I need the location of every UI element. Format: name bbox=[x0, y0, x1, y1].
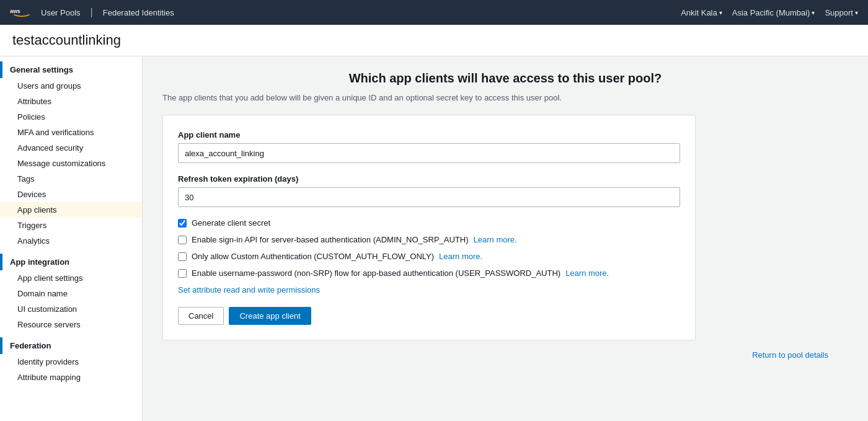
sidebar-item-triggers[interactable]: Triggers bbox=[0, 218, 142, 233]
learn-more-link-2[interactable]: Learn more. bbox=[439, 252, 482, 261]
sidebar-item-identity-providers[interactable]: Identity providers bbox=[0, 354, 142, 370]
button-row: Cancel Create app client bbox=[178, 307, 680, 325]
sidebar-item-message-customizations[interactable]: Message customizations bbox=[0, 156, 142, 171]
sidebar-item-app-client-settings[interactable]: App client settings bbox=[0, 270, 142, 286]
support-label: Support bbox=[825, 8, 853, 17]
userpools-link[interactable]: User Pools bbox=[41, 8, 81, 17]
nav-separator: | bbox=[91, 7, 93, 18]
layout: General settings Users and groups Attrib… bbox=[0, 56, 868, 421]
signin-api-checkbox[interactable] bbox=[178, 236, 187, 244]
page-title: testaccountlinking bbox=[12, 32, 856, 48]
refresh-token-group: Refresh token expiration (days) bbox=[178, 174, 680, 207]
sidebar-item-resource-servers[interactable]: Resource servers bbox=[0, 317, 142, 332]
sidebar-item-mfa[interactable]: MFA and verifications bbox=[0, 125, 142, 140]
create-app-client-button[interactable]: Create app client bbox=[229, 307, 311, 325]
app-client-name-label: App client name bbox=[178, 130, 680, 140]
signin-api-label: Enable sign-in API for server-based auth… bbox=[192, 235, 469, 244]
learn-more-link-1[interactable]: Learn more. bbox=[474, 235, 517, 244]
blue-bar-general bbox=[0, 61, 2, 78]
sidebar-item-users-and-groups[interactable]: Users and groups bbox=[0, 78, 142, 94]
sidebar-group-general: General settings Users and groups Attrib… bbox=[0, 61, 142, 249]
sidebar-item-policies[interactable]: Policies bbox=[0, 109, 142, 125]
sidebar-item-tags[interactable]: Tags bbox=[0, 171, 142, 187]
sidebar-item-advanced-security[interactable]: Advanced security bbox=[0, 140, 142, 156]
top-navigation: aws User Pools | Federated Identities An… bbox=[0, 0, 868, 25]
sidebar-app-integration-header[interactable]: App integration bbox=[0, 254, 142, 270]
svg-text:aws: aws bbox=[10, 8, 20, 14]
sidebar-group-federation: Federation Identity providers Attribute … bbox=[0, 337, 142, 385]
region-label: Asia Pacific (Mumbai) bbox=[732, 8, 810, 17]
sidebar-item-attribute-mapping[interactable]: Attribute mapping bbox=[0, 370, 142, 385]
sidebar-group-app-integration: App integration App client settings Doma… bbox=[0, 254, 142, 332]
sidebar-item-devices[interactable]: Devices bbox=[0, 187, 142, 202]
sidebar-item-attributes[interactable]: Attributes bbox=[0, 94, 142, 109]
support-menu[interactable]: Support ▾ bbox=[825, 8, 858, 17]
return-link-container: Return to pool details bbox=[162, 340, 848, 370]
main-content: Which app clients will have access to th… bbox=[143, 56, 868, 421]
username-password-label: Enable username-password (non-SRP) flow … bbox=[192, 268, 560, 278]
refresh-token-label: Refresh token expiration (days) bbox=[178, 174, 680, 184]
refresh-token-input[interactable] bbox=[178, 187, 680, 207]
blue-bar-federation bbox=[0, 337, 2, 354]
page-header: testaccountlinking bbox=[0, 25, 868, 56]
federated-link[interactable]: Federated Identities bbox=[103, 8, 174, 17]
page-question: Which app clients will have access to th… bbox=[162, 71, 848, 86]
username-password-checkbox[interactable] bbox=[178, 269, 187, 278]
blue-bar-app-integration bbox=[0, 254, 2, 270]
custom-auth-group: Only allow Custom Authentication (CUSTOM… bbox=[178, 252, 680, 261]
sidebar-item-analytics[interactable]: Analytics bbox=[0, 233, 142, 249]
form-panel: App client name Refresh token expiration… bbox=[162, 115, 696, 340]
sidebar-item-domain-name[interactable]: Domain name bbox=[0, 286, 142, 301]
cancel-button[interactable]: Cancel bbox=[178, 307, 224, 325]
sidebar-item-app-clients[interactable]: App clients bbox=[0, 202, 142, 218]
user-menu[interactable]: Ankit Kala ▾ bbox=[681, 8, 722, 17]
chevron-down-icon: ▾ bbox=[812, 9, 815, 16]
sidebar: General settings Users and groups Attrib… bbox=[0, 56, 143, 421]
aws-logo[interactable]: aws bbox=[10, 4, 33, 21]
return-to-pool-link[interactable]: Return to pool details bbox=[752, 350, 828, 360]
chevron-down-icon: ▾ bbox=[719, 9, 722, 16]
sidebar-item-ui-customization[interactable]: UI customization bbox=[0, 301, 142, 317]
sidebar-general-settings-header[interactable]: General settings bbox=[0, 61, 142, 78]
chevron-down-icon: ▾ bbox=[855, 9, 858, 16]
custom-auth-checkbox[interactable] bbox=[178, 252, 187, 261]
set-permissions-link[interactable]: Set attribute read and write permissions bbox=[178, 285, 680, 295]
generate-secret-checkbox[interactable] bbox=[178, 219, 187, 228]
learn-more-link-3[interactable]: Learn more. bbox=[565, 268, 609, 278]
app-client-name-input[interactable] bbox=[178, 143, 680, 163]
username-password-group: Enable username-password (non-SRP) flow … bbox=[178, 268, 680, 278]
generate-secret-label: Generate client secret bbox=[192, 218, 270, 228]
page-description: The app clients that you add below will … bbox=[162, 93, 848, 102]
region-menu[interactable]: Asia Pacific (Mumbai) ▾ bbox=[732, 8, 815, 17]
nav-right: Ankit Kala ▾ Asia Pacific (Mumbai) ▾ Sup… bbox=[681, 8, 858, 17]
custom-auth-label: Only allow Custom Authentication (CUSTOM… bbox=[192, 252, 434, 261]
app-client-name-group: App client name bbox=[178, 130, 680, 163]
signin-api-group: Enable sign-in API for server-based auth… bbox=[178, 235, 680, 244]
user-label: Ankit Kala bbox=[681, 8, 717, 17]
sidebar-federation-header[interactable]: Federation bbox=[0, 337, 142, 354]
generate-secret-group: Generate client secret bbox=[178, 218, 680, 228]
